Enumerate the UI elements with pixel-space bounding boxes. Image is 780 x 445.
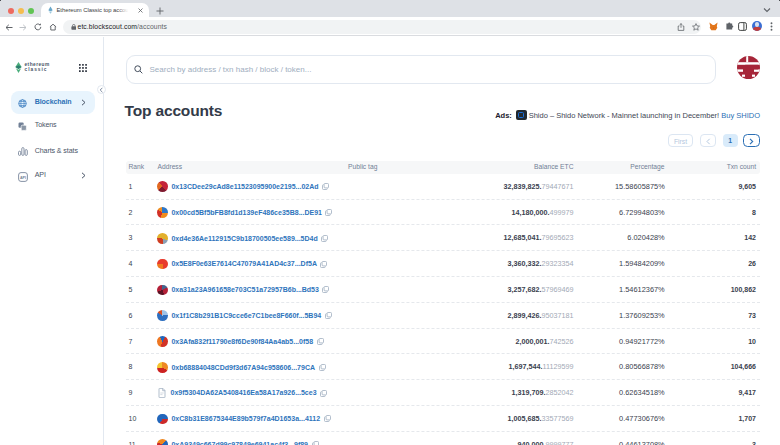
svg-text:API: API — [20, 175, 26, 179]
